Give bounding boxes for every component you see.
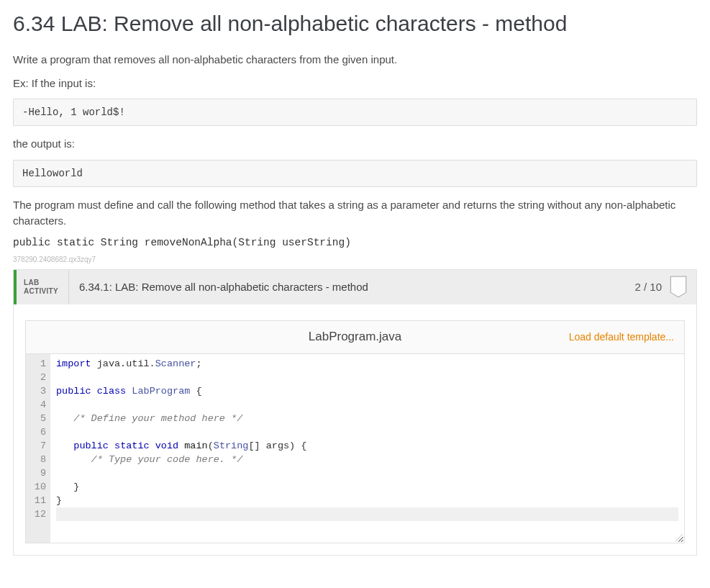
intro-text: Write a program that removes all non-alp… — [13, 52, 697, 68]
file-header: LabProgram.java Load default template... — [25, 320, 685, 353]
load-default-template-link[interactable]: Load default template... — [569, 331, 674, 343]
line-number-gutter: 123456789101112 — [26, 354, 50, 543]
example-output-label: the output is: — [13, 136, 697, 153]
editor-wrapper: LabProgram.java Load default template...… — [14, 304, 696, 555]
svg-line-0 — [675, 534, 683, 541]
activity-type-line2: ACTIVITY — [24, 287, 58, 296]
activity-type-line1: LAB — [24, 279, 58, 287]
requirement-text: The program must define and call the fol… — [13, 197, 697, 230]
method-signature: public static String removeNonAlpha(Stri… — [13, 237, 697, 248]
example-output-block: Helloworld — [13, 160, 697, 187]
lab-activity-panel: LAB ACTIVITY 6.34.1: LAB: Remove all non… — [13, 269, 697, 556]
activity-type-badge: LAB ACTIVITY — [17, 270, 69, 304]
example-input-label: Ex: If the input is: — [13, 76, 697, 92]
example-input-block: -Hello, 1 world$! — [13, 99, 697, 126]
svg-line-2 — [681, 540, 683, 541]
activity-score: 2 / 10 — [626, 270, 696, 304]
activity-header-bar: LAB ACTIVITY 6.34.1: LAB: Remove all non… — [14, 270, 696, 304]
bookmark-icon — [669, 276, 688, 299]
svg-line-1 — [678, 537, 683, 541]
code-editor[interactable]: 123456789101112 import java.util.Scanner… — [25, 353, 685, 543]
code-text[interactable]: import java.util.Scanner; public class L… — [50, 354, 684, 543]
page-title: 6.34 LAB: Remove all non-alphabetic char… — [13, 12, 697, 36]
activity-score-text: 2 / 10 — [634, 281, 662, 293]
file-name: LabProgram.java — [309, 330, 401, 344]
content-hash: 378290.2408682.qx3zqy7 — [13, 255, 697, 263]
activity-title: 6.34.1: LAB: Remove all non-alphabetic c… — [69, 270, 627, 304]
resize-handle-icon — [674, 533, 683, 541]
